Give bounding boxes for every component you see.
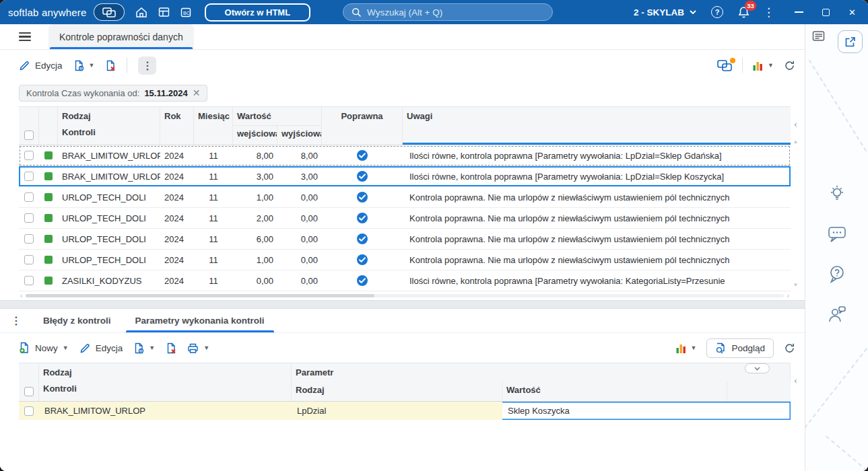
table-row[interactable]: BRAK_LIMITOW_URLOP LpDzial Sklep Koszyck… [19,402,791,420]
col-wyjsciowa[interactable]: wyjściowa [277,126,322,145]
results-grid-header: Rodzaj Kontroli Rok Miesiąc Wartość wejś… [19,106,791,145]
tab-bledy-z-kontroli[interactable]: Błędy z kontroli [31,309,123,332]
table-row[interactable]: URLOP_TECH_DOLI 2024 11 6,00 0,00 Kontro… [19,229,791,250]
maximize-button[interactable] [822,9,830,16]
table-row[interactable]: URLOP_TECH_DOLI 2024 11 2,00 0,00 Kontro… [19,208,791,229]
document-magnifier-icon [715,342,727,354]
assistant-sidebar [805,24,868,471]
minimize-button[interactable] [795,11,803,13]
scrollbar-thumb[interactable] [26,294,374,297]
help-center-button[interactable] [828,265,846,283]
row-checkbox[interactable] [24,255,34,264]
modules-button[interactable] [158,7,170,17]
bar-chart-icon [676,343,686,353]
details-button[interactable]: ▼ [73,60,95,71]
filter-bar: Kontrola Czas wykonania od: 15.11.2024 ✕ [0,81,805,105]
horizontal-scrollbar[interactable]: ‹ › [19,291,791,300]
status-square-icon [44,151,53,159]
col-param-rodzaj[interactable]: Rodzaj [292,382,502,401]
hints-button[interactable] [828,184,846,203]
scroll-down-icon[interactable]: ▼ [793,282,799,288]
col-rodzaj[interactable]: Rodzaj [39,363,292,382]
hamburger-menu-icon[interactable] [19,30,31,43]
collapse-panel-button[interactable] [745,363,770,373]
table-row[interactable]: URLOP_TECH_DOLI 2024 11 1,00 0,00 Kontro… [19,250,791,270]
top-toolbar: Edycja ▼ [0,50,805,81]
col-wejsciowa[interactable]: wejściowa [233,126,277,145]
detail-edit-button[interactable]: Edycja [79,342,123,354]
col-kontroli[interactable]: Kontroli [39,382,292,401]
select-all-checkbox[interactable] [24,131,34,140]
col-uwagi[interactable]: Uwagi [403,107,791,145]
status-square-icon [44,193,53,201]
col-parametr[interactable]: Parametr [292,363,791,382]
share-button[interactable] [838,30,863,53]
select-all-checkbox[interactable] [24,387,34,396]
col-kontroli[interactable]: Kontroli [58,126,160,145]
filter-remove-icon[interactable]: ✕ [193,87,201,98]
consultant-button[interactable] [828,305,846,324]
detail-analysis-button[interactable]: ▼ [676,343,697,353]
params-grid: Rodzaj Kontroli Parametr Rodzaj Wartość … [19,363,791,420]
global-search[interactable] [343,3,553,21]
app-window: softlab anywhere BC Otwórz w HT [0,0,868,471]
row-checkbox[interactable] [24,192,34,202]
preview-button[interactable]: Podgląd [706,338,774,358]
document-info-icon [133,342,144,354]
open-in-html-button[interactable]: Otwórz w HTML [205,3,311,22]
detail-refresh-button[interactable] [784,342,795,354]
col-param-wartosc[interactable]: Wartość [502,382,727,401]
col-miesiac[interactable]: Miesiąc [194,107,233,145]
collapse-columns-icon[interactable]: ‹ [795,120,797,129]
home-button[interactable] [135,7,147,18]
properties-panel-button[interactable] [812,30,825,42]
chevron-down-icon [690,10,696,14]
search-input[interactable] [367,7,544,17]
workspace-views-button[interactable] [717,60,732,71]
row-checkbox[interactable] [24,234,34,244]
delete-button[interactable] [105,60,116,71]
detail-delete-button[interactable] [166,342,176,354]
tab-parametry-wykonania[interactable]: Parametry wykonania kontroli [123,309,277,332]
chat-button[interactable] [828,225,846,243]
table-row[interactable]: BRAK_LIMITOW_URLOP 2024 11 3,00 3,00 Ilo… [19,166,791,187]
check-icon [356,254,368,266]
edit-button[interactable]: Edycja [19,60,63,71]
col-rok[interactable]: Rok [160,107,194,145]
bc-button[interactable]: BC [180,7,191,17]
scroll-up-icon[interactable]: ▲ [793,139,799,145]
grid-more-button[interactable]: ⋮ [138,57,156,75]
row-checkbox[interactable] [24,406,34,416]
row-checkbox[interactable] [24,213,34,223]
workspace-switcher-button[interactable] [94,3,125,21]
company-selector[interactable]: 2 - SKYLAB [634,7,696,17]
collapse-columns-icon[interactable]: ‹ [795,376,797,386]
detail-more-button[interactable]: ⋮ [11,314,22,327]
decorative-dash [805,348,867,428]
bar-chart-icon [753,61,763,71]
analysis-button[interactable]: ▼ [753,61,774,71]
new-button[interactable]: Nowy ▼ [19,342,69,354]
row-checkbox[interactable] [24,172,34,181]
close-button[interactable]: ✕ [848,8,856,17]
help-icon[interactable]: ? [711,6,723,18]
filter-chip[interactable]: Kontrola Czas wykonania od: 15.11.2024 ✕ [19,85,207,102]
tab-kontrole-poprawnosci[interactable]: Kontrole poprawności danych [48,24,194,49]
scroll-left-icon[interactable]: ‹ [20,292,22,299]
row-checkbox[interactable] [24,151,34,160]
results-grid: Rodzaj Kontroli Rok Miesiąc Wartość wejś… [19,106,791,300]
print-button[interactable]: ▼ [187,342,209,354]
more-menu-button[interactable]: ⋮ [763,7,774,18]
detail-details-button[interactable]: ▼ [133,342,155,354]
col-wartosc[interactable]: Wartość [233,107,322,126]
col-poprawna[interactable]: Poprawna [322,107,403,145]
table-row[interactable]: URLOP_TECH_DOLI 2024 11 1,00 0,00 Kontro… [19,187,791,208]
notifications-button[interactable]: 33 [738,6,749,18]
table-row[interactable]: BRAK_LIMITOW_URLOP 2024 11 8,00 8,00 Ilo… [19,145,791,166]
col-rodzaj[interactable]: Rodzaj [58,107,160,126]
search-icon [352,7,362,17]
table-row[interactable]: ZASILKI_KODYZUS 2024 11 0,00 0,00 Ilości… [19,270,791,291]
row-checkbox[interactable] [24,276,34,285]
scroll-right-icon[interactable]: › [787,292,789,299]
refresh-button[interactable] [784,60,795,71]
